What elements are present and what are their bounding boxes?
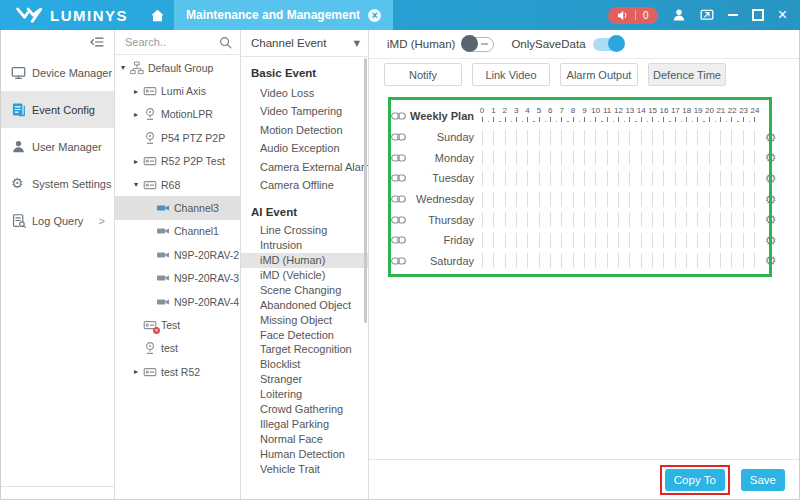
tree-node-r68[interactable]: ▾R68: [115, 173, 240, 196]
menu-item-video-tampering[interactable]: Video Tampering: [241, 102, 368, 120]
tab-close-icon[interactable]: ×: [368, 9, 381, 22]
day-settings-gear-icon[interactable]: ⚙: [763, 233, 778, 248]
link-day-icon[interactable]: [391, 193, 406, 205]
only-save-data-toggle[interactable]: [593, 38, 623, 51]
tree-node-label: Default Group: [148, 62, 213, 74]
menu-item-scene-changing[interactable]: Scene Changing: [241, 283, 368, 298]
menu-item-line-crossing[interactable]: Line Crossing: [241, 223, 368, 238]
tree-node-icon-wrap: [156, 248, 170, 262]
day-settings-gear-icon[interactable]: ⚙: [763, 192, 778, 207]
link-day-icon[interactable]: [391, 234, 406, 246]
expander-closed-icon[interactable]: ▸: [131, 367, 141, 376]
menu-item-crowd-gathering[interactable]: Crowd Gathering: [241, 402, 368, 417]
menu-item-video-loss[interactable]: Video Loss: [241, 84, 368, 102]
tab-notify[interactable]: Notify: [384, 63, 462, 86]
tree-node-lumi-axis[interactable]: ▸Lumi Axis: [115, 79, 240, 102]
tree-node-test[interactable]: test: [115, 337, 240, 360]
detail-tabs: NotifyLink VideoAlarm OutputDefence Time: [384, 63, 726, 86]
tree-node-p54-ptz-p2p[interactable]: P54 PTZ P2P: [115, 126, 240, 149]
menu-item-imd-vehicle[interactable]: iMD (Vehicle): [241, 268, 368, 283]
day-settings-gear-icon[interactable]: ⚙: [763, 171, 778, 186]
link-day-icon[interactable]: [391, 214, 406, 226]
close-button[interactable]: ×: [778, 8, 787, 22]
sidebar-item-system-settings[interactable]: ⚙System Settings: [1, 165, 114, 202]
menu-item-loitering[interactable]: Loitering: [241, 387, 368, 402]
expander-open-icon[interactable]: ▾: [118, 63, 128, 72]
menu-item-face-detection[interactable]: Face Detection: [241, 328, 368, 343]
minimize-button[interactable]: [728, 14, 738, 16]
expander-closed-icon[interactable]: ▸: [131, 87, 141, 96]
speaker-icon: [617, 10, 628, 21]
expander-open-icon[interactable]: ▾: [131, 180, 141, 189]
link-day-icon[interactable]: [391, 131, 406, 143]
tree-node-channel3[interactable]: Channel3: [115, 196, 240, 219]
menu-item-stranger[interactable]: Stranger: [241, 372, 368, 387]
tree-node-n9p-20rav-4[interactable]: N9P-20RAV-4: [115, 290, 240, 313]
tab-link-video[interactable]: Link Video: [472, 63, 550, 86]
search-input[interactable]: [123, 35, 215, 49]
menu-item-camera-external-alarm[interactable]: Camera External Alarm: [241, 158, 368, 176]
tree-node-motionlpr[interactable]: ▸MotionLPR: [115, 103, 240, 126]
user-account-icon[interactable]: [672, 8, 686, 22]
menu-item-intrusion[interactable]: Intrusion: [241, 238, 368, 253]
timeline-wednesday[interactable]: [482, 192, 755, 207]
sidebar-item-user-manager[interactable]: User Manager: [1, 128, 114, 165]
menu-item-illegal-parking[interactable]: Illegal Parking: [241, 417, 368, 432]
menu-item-audio-exception[interactable]: Audio Exception: [241, 139, 368, 157]
day-settings-gear-icon[interactable]: ⚙: [763, 130, 778, 145]
tree-node-n9p-20rav-2[interactable]: N9P-20RAV-2: [115, 243, 240, 266]
menu-scrollbar[interactable]: [364, 58, 367, 323]
maximize-button[interactable]: [752, 9, 764, 21]
tree-node-icon-wrap: [143, 365, 157, 379]
tree-node-test[interactable]: ×Test: [115, 313, 240, 336]
sidebar-item-log-query[interactable]: Log Query>: [1, 202, 114, 239]
timeline-thursday[interactable]: [482, 212, 755, 227]
screen-switch-icon[interactable]: [700, 8, 714, 22]
link-day-icon[interactable]: [391, 172, 406, 184]
hour-label: 11: [603, 106, 611, 115]
search-icon[interactable]: [219, 36, 232, 49]
tree-node-test-r52[interactable]: ▸test R52: [115, 360, 240, 383]
menu-item-camera-offline[interactable]: Camera Offline: [241, 176, 368, 194]
collapse-sidebar-icon[interactable]: [90, 35, 104, 49]
menu-item-normal-face[interactable]: Normal Face: [241, 432, 368, 447]
tree-node-r52-p2p-test[interactable]: ▸R52 P2P Test: [115, 150, 240, 173]
menu-item-vehicle-trait[interactable]: Vehicle Trait: [241, 462, 368, 477]
tree-node-icon-wrap: [143, 154, 157, 168]
menu-item-motion-detection[interactable]: Motion Detection: [241, 121, 368, 139]
day-settings-gear-icon[interactable]: ⚙: [763, 212, 778, 227]
expander-closed-icon[interactable]: ▸: [131, 110, 141, 119]
timeline-sunday[interactable]: [482, 130, 755, 145]
sidebar-item-device-manager[interactable]: Device Manager: [1, 54, 114, 91]
event-type-dropdown[interactable]: Channel Event ▼: [241, 30, 368, 57]
link-day-icon[interactable]: [391, 152, 406, 164]
day-settings-gear-icon[interactable]: ⚙: [763, 150, 778, 165]
tree-node-n9p-20rav-3[interactable]: N9P-20RAV-3: [115, 267, 240, 290]
timeline-saturday[interactable]: [482, 253, 755, 268]
day-settings-gear-icon[interactable]: ⚙: [763, 253, 778, 268]
timeline-friday[interactable]: [482, 233, 755, 248]
day-label: Wednesday: [408, 193, 474, 205]
tree-node-default-group[interactable]: ▾Default Group: [115, 56, 240, 79]
tab-defence-time[interactable]: Defence Time: [648, 63, 726, 86]
alarm-badge[interactable]: 0: [608, 7, 658, 24]
expander-closed-icon[interactable]: ▸: [131, 157, 141, 166]
menu-item-missing-object[interactable]: Missing Object: [241, 313, 368, 328]
menu-item-human-detection[interactable]: Human Detection: [241, 447, 368, 462]
menu-item-imd-human[interactable]: iMD (Human): [241, 253, 368, 268]
link-all-icon[interactable]: [391, 110, 406, 122]
menu-item-target-recognition[interactable]: Target Recognition: [241, 342, 368, 357]
timeline-tuesday[interactable]: [482, 171, 755, 186]
save-button[interactable]: Save: [741, 469, 785, 491]
home-button[interactable]: [140, 0, 174, 30]
tree-node-channel1[interactable]: Channel1: [115, 220, 240, 243]
link-day-icon[interactable]: [391, 255, 406, 267]
copy-to-button[interactable]: Copy To: [665, 469, 725, 491]
menu-item-blocklist[interactable]: Blocklist: [241, 357, 368, 372]
tab-alarm-output[interactable]: Alarm Output: [560, 63, 638, 86]
sidebar-item-event-config[interactable]: Event Config: [1, 91, 114, 128]
tab-maintenance-and-management[interactable]: Maintenance and Management ×: [174, 0, 393, 30]
menu-item-abandoned-object[interactable]: Abandoned Object: [241, 298, 368, 313]
event-enable-toggle[interactable]: [462, 37, 494, 52]
timeline-monday[interactable]: [482, 150, 755, 165]
